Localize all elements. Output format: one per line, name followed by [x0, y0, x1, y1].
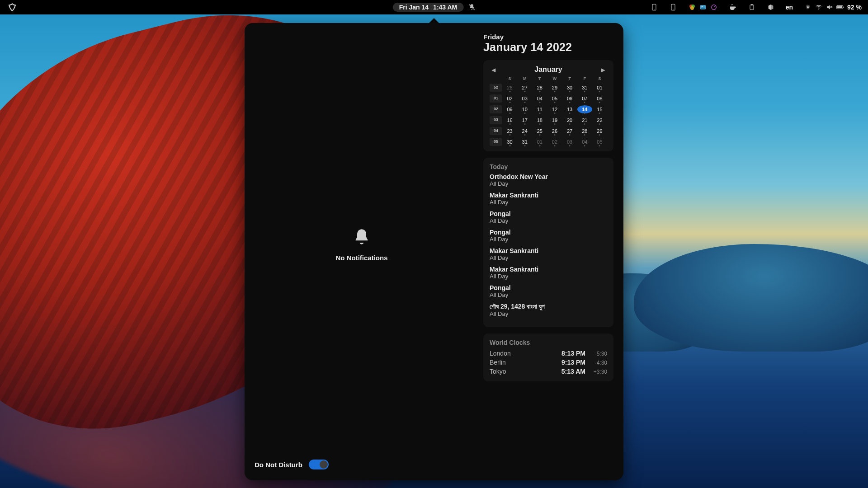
calendar-day[interactable]: 10 — [517, 105, 532, 113]
phone-icon[interactable] — [669, 3, 677, 11]
calendar-day[interactable]: 04 — [577, 138, 592, 146]
svg-rect-19 — [837, 6, 842, 8]
notifications-muted-icon — [468, 4, 475, 11]
calendar-day[interactable]: 13 — [562, 105, 577, 113]
calendar-day[interactable]: 20 — [562, 116, 577, 124]
calendar-week-number: 52 — [490, 84, 502, 92]
svg-point-2 — [654, 9, 654, 9]
event-sub: All Day — [490, 236, 607, 243]
dnd-label: Do Not Disturb — [255, 461, 302, 469]
event-item[interactable]: Makar SankrantiAll Day — [490, 247, 607, 261]
calendar-day[interactable]: 01 — [592, 84, 607, 92]
calendar-day[interactable]: 19 — [547, 116, 562, 124]
calendar-day[interactable]: 18 — [532, 116, 547, 124]
calendar-day[interactable]: 27 — [517, 84, 532, 92]
volume-muted-icon — [826, 3, 834, 11]
popover-body: No Notifications Do Not Disturb Friday J… — [245, 23, 623, 480]
calendar-week-number: 01 — [490, 94, 502, 103]
calendar-day[interactable]: 03 — [517, 94, 532, 103]
calendar-day[interactable]: 22 — [592, 116, 607, 124]
package-icon[interactable] — [767, 3, 775, 11]
world-clock-row: London8:13 PM-5:30 — [490, 349, 607, 358]
clock-city: Tokyo — [490, 368, 506, 375]
calendar-day[interactable]: 23 — [502, 127, 517, 135]
event-item[interactable]: PongalAll Day — [490, 229, 607, 243]
date-time-pill[interactable]: Fri Jan 14 1:43 AM — [393, 3, 464, 12]
next-month-button[interactable]: ▸ — [599, 66, 607, 74]
calendar-day[interactable]: 15 — [592, 105, 607, 113]
calendar-day[interactable]: 02 — [547, 138, 562, 146]
calendar-day[interactable]: 25 — [532, 127, 547, 135]
event-item[interactable]: PongalAll Day — [490, 284, 607, 298]
calendar-day[interactable]: 24 — [517, 127, 532, 135]
system-status-area[interactable]: 92 % — [804, 3, 862, 11]
calendar-day[interactable]: 26 — [502, 84, 517, 92]
wifi-icon — [815, 3, 823, 11]
calendar-day[interactable]: 11 — [532, 105, 547, 113]
event-item[interactable]: পৌষ 29, 1428 বাংলা যুগAll Day — [490, 303, 607, 317]
calendar-day[interactable]: 29 — [592, 127, 607, 135]
event-title: পৌষ 29, 1428 বাংলা যুগ — [490, 303, 607, 310]
event-item[interactable]: Makar SankrantiAll Day — [490, 192, 607, 206]
caffeine-icon[interactable] — [729, 3, 737, 11]
prev-month-button[interactable]: ◂ — [490, 66, 498, 74]
event-item[interactable]: Orthodox New YearAll Day — [490, 173, 607, 187]
popover-arrow-icon — [429, 18, 439, 23]
calendar-day[interactable]: 27 — [562, 127, 577, 135]
world-clocks-card: World Clocks London8:13 PM-5:30Berlin9:1… — [483, 333, 613, 381]
events-card: Today Orthodox New YearAll DayMakar Sank… — [483, 158, 613, 327]
top-bar: Fri Jan 14 1:43 AM en 92 % — [0, 0, 868, 14]
calendar-day[interactable]: 03 — [562, 138, 577, 146]
date-heading: Friday January 14 2022 — [483, 33, 613, 54]
calendar-week-number: 04 — [490, 127, 502, 135]
calendar-day[interactable]: 04 — [532, 94, 547, 103]
pictures-icon[interactable] — [699, 3, 707, 11]
settings-gear-icon — [804, 3, 812, 11]
calendar-day[interactable]: 31 — [517, 138, 532, 146]
calendar-day[interactable]: 21 — [577, 116, 592, 124]
event-item[interactable]: PongalAll Day — [490, 210, 607, 224]
calendar-day[interactable]: 07 — [577, 94, 592, 103]
calendar-day[interactable]: 12 — [547, 105, 562, 113]
system-tray: en 92 % — [650, 3, 868, 11]
calendar-day[interactable]: 31 — [577, 84, 592, 92]
calendar-day[interactable]: 05 — [592, 138, 607, 146]
dnd-toggle[interactable] — [309, 460, 329, 469]
calendar-dow: F — [577, 76, 592, 81]
calendar-day[interactable]: 08 — [592, 94, 607, 103]
calendar-day[interactable]: 02 — [502, 94, 517, 103]
calendar-day[interactable]: 16 — [502, 116, 517, 124]
calendar-day[interactable]: 26 — [547, 127, 562, 135]
phone-icon[interactable] — [650, 3, 658, 11]
calendar-day[interactable]: 05 — [547, 94, 562, 103]
clock-time: 9:13 PM — [561, 359, 585, 366]
datetime-popover: No Notifications Do Not Disturb Friday J… — [245, 18, 623, 480]
svg-point-7 — [690, 6, 694, 10]
event-sub: All Day — [490, 254, 607, 261]
clock-city: Berlin — [490, 359, 506, 366]
calendar-day[interactable]: 17 — [517, 116, 532, 124]
color-profile-icon[interactable] — [688, 3, 696, 11]
svg-rect-18 — [843, 7, 844, 8]
dnd-row: Do Not Disturb — [253, 458, 471, 472]
calendar-day[interactable]: 14 — [577, 105, 592, 113]
calendar-day[interactable]: 28 — [577, 127, 592, 135]
tray-indicator-group[interactable] — [688, 3, 718, 11]
clock-area[interactable]: Fri Jan 14 1:43 AM — [393, 3, 476, 12]
activities-logo-icon[interactable] — [6, 1, 18, 13]
calendar-day[interactable]: 01 — [532, 138, 547, 146]
system-monitor-icon[interactable] — [710, 3, 718, 11]
world-clock-row: Tokyo5:13 AM+3:30 — [490, 367, 607, 376]
calendar-day[interactable]: 09 — [502, 105, 517, 113]
calendar-week-number: 02 — [490, 105, 502, 113]
event-title: Pongal — [490, 210, 607, 217]
calendar-day[interactable]: 30 — [562, 84, 577, 92]
input-language[interactable]: en — [786, 4, 793, 11]
calendar-dow: S — [502, 76, 517, 81]
calendar-day[interactable]: 29 — [547, 84, 562, 92]
event-item[interactable]: Makar SankrantiAll Day — [490, 266, 607, 280]
calendar-day[interactable]: 30 — [502, 138, 517, 146]
calendar-day[interactable]: 28 — [532, 84, 547, 92]
calendar-day[interactable]: 06 — [562, 94, 577, 103]
clipboard-icon[interactable] — [748, 3, 756, 11]
